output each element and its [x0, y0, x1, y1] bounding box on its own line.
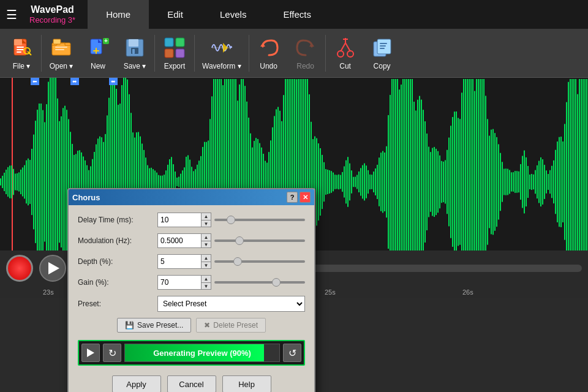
delay-slider-container	[214, 219, 305, 221]
svg-rect-7	[53, 39, 61, 44]
svg-line-27	[341, 43, 345, 51]
hamburger-menu[interactable]: ☰	[6, 7, 17, 22]
delete-preset-label: Delete Preset	[213, 321, 258, 330]
timeline-mark-26: 26s	[462, 288, 473, 296]
undo-label: Undo	[260, 62, 277, 70]
copy-icon	[370, 36, 394, 60]
divider-1	[41, 35, 42, 72]
svg-rect-34	[380, 45, 386, 47]
dialog-close-button[interactable]: ✕	[300, 192, 311, 203]
play-button[interactable]	[39, 255, 66, 282]
toolbar-open[interactable]: Open ▾	[43, 29, 80, 77]
toolbar-save[interactable]: Save ▾	[116, 29, 153, 77]
record-button[interactable]	[6, 255, 33, 282]
preset-buttons: 💾 Save Preset... ✖ Delete Preset	[78, 318, 305, 333]
svg-text:+: +	[104, 37, 108, 44]
modulation-up[interactable]: ▲	[202, 234, 211, 241]
preview-reset-button[interactable]: ↺	[283, 344, 301, 362]
dialog-title-bar: Chorus ? ✕	[69, 189, 314, 205]
delete-preset-button[interactable]: ✖ Delete Preset	[196, 318, 266, 333]
modulation-slider[interactable]	[214, 239, 305, 242]
gain-spin: ▲ ▼	[157, 275, 211, 290]
svg-rect-9	[55, 49, 64, 50]
toolbar-undo[interactable]: Undo	[251, 29, 287, 77]
depth-slider-container	[214, 260, 305, 263]
svg-rect-18	[132, 49, 135, 54]
depth-row: Depth (%): ▲ ▼	[78, 254, 305, 269]
apply-button[interactable]: Apply	[112, 375, 161, 392]
save-preset-button[interactable]: 💾 Save Preset...	[117, 318, 191, 333]
delay-down[interactable]: ▼	[202, 220, 211, 227]
divider-3	[194, 35, 195, 72]
svg-point-26	[347, 51, 353, 57]
gain-label: Gain (%):	[78, 278, 157, 287]
divider-4	[249, 35, 249, 72]
toolbar-cut[interactable]: Cut	[327, 29, 364, 77]
new-icon: +	[86, 36, 110, 60]
svg-rect-22	[176, 49, 184, 58]
export-label: Export	[164, 62, 186, 70]
modulation-row: Modulation (Hz): ▲ ▼	[78, 233, 305, 248]
cancel-button[interactable]: Cancel	[167, 375, 216, 392]
gain-input[interactable]	[158, 276, 201, 289]
cut-icon	[333, 36, 358, 60]
divider-5	[325, 35, 326, 72]
modulation-input[interactable]	[158, 234, 201, 247]
gain-up[interactable]: ▲	[202, 276, 211, 282]
preview-loop-button[interactable]: ↻	[103, 344, 121, 362]
delay-row: Delay Time (ms): ▲ ▼	[78, 213, 305, 227]
toolbar: File ▾ Open ▾ + New	[0, 29, 588, 78]
app-title: WavePad Recording 3*	[29, 4, 75, 24]
preset-select[interactable]: Select Preset	[157, 296, 305, 312]
toolbar-export[interactable]: Export	[156, 29, 193, 77]
toolbar-new[interactable]: + New	[80, 29, 116, 77]
depth-up[interactable]: ▲	[202, 255, 211, 262]
timeline-mark-23: 23s	[43, 288, 54, 296]
delay-input[interactable]	[158, 213, 201, 227]
depth-slider[interactable]	[214, 260, 305, 263]
delay-slider[interactable]	[214, 219, 305, 221]
dialog-title: Chorus	[72, 193, 100, 202]
progress-text: Generating Preview (90%)	[125, 344, 279, 361]
toolbar-file[interactable]: File ▾	[3, 29, 40, 77]
depth-spin: ▲ ▼	[157, 254, 211, 269]
svg-rect-1	[14, 39, 22, 45]
redo-icon	[293, 36, 318, 60]
delay-up[interactable]: ▲	[202, 213, 211, 220]
depth-arrows: ▲ ▼	[201, 255, 211, 268]
depth-down[interactable]: ▼	[202, 262, 211, 268]
toolbar-copy[interactable]: Copy	[364, 29, 401, 77]
tab-edit[interactable]: Edit	[149, 0, 202, 29]
dialog-help-button[interactable]: ?	[287, 192, 298, 203]
gain-down[interactable]: ▼	[202, 282, 211, 289]
gain-slider[interactable]	[214, 281, 305, 284]
redo-label: Redo	[296, 62, 314, 70]
waveform-label: Waveform ▾	[202, 62, 241, 70]
modulation-controls: ▲ ▼	[157, 233, 305, 248]
modulation-label: Modulation (Hz):	[78, 236, 157, 245]
svg-rect-8	[55, 47, 67, 48]
app-name: WavePad	[29, 4, 75, 15]
svg-rect-35	[380, 48, 385, 49]
divider-2	[154, 35, 155, 72]
toolbar-waveform[interactable]: Waveform ▾	[196, 29, 247, 77]
svg-rect-4	[17, 51, 21, 53]
tab-home[interactable]: Home	[88, 0, 149, 29]
copy-label: Copy	[374, 62, 391, 70]
modulation-spin: ▲ ▼	[157, 233, 211, 248]
toolbar-redo[interactable]: Redo	[287, 29, 324, 77]
tab-levels[interactable]: Levels	[202, 0, 265, 29]
svg-line-28	[345, 43, 350, 51]
gain-slider-container	[214, 281, 305, 284]
chorus-dialog: Chorus ? ✕ Delay Time (ms): ▲ ▼	[67, 188, 315, 392]
tab-effects[interactable]: Effects	[265, 0, 330, 29]
save-label: Save ▾	[124, 62, 146, 70]
undo-icon	[257, 36, 281, 60]
gain-row: Gain (%): ▲ ▼	[78, 275, 305, 290]
modulation-down[interactable]: ▼	[202, 241, 211, 247]
svg-rect-2	[17, 47, 24, 48]
export-icon	[162, 36, 187, 60]
help-button[interactable]: Help	[222, 375, 271, 392]
depth-input[interactable]	[158, 255, 201, 268]
preview-play-button[interactable]	[81, 344, 100, 362]
